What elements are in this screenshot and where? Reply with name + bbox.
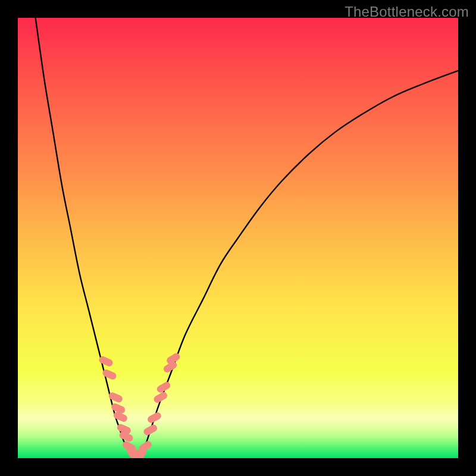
watermark-text: TheBottleneck.com — [345, 4, 469, 20]
chart-svg — [18, 18, 458, 458]
plot-area — [18, 18, 458, 458]
chart-frame: TheBottleneck.com — [0, 0, 476, 476]
